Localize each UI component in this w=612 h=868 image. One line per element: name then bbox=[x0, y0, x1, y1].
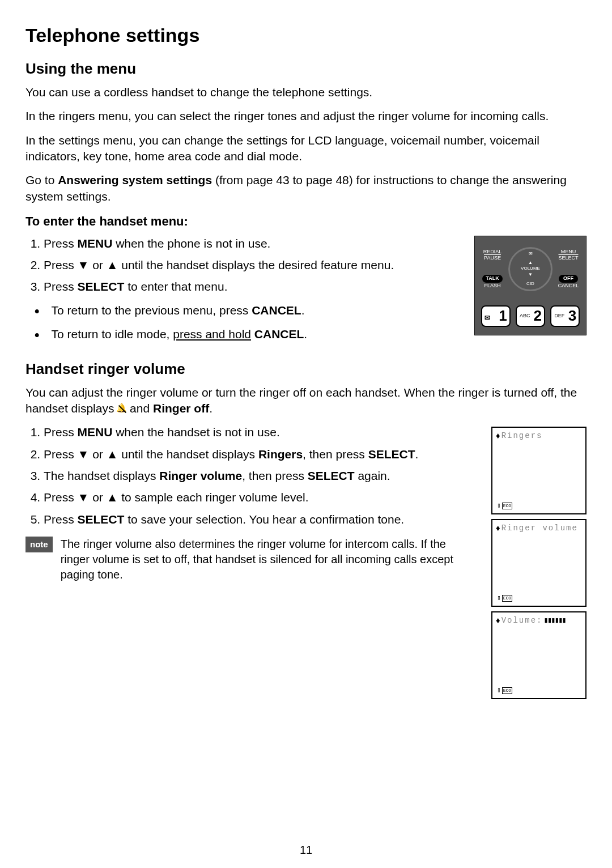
eco-label: ECO bbox=[502, 503, 512, 510]
step: Press ▼ or ▲ to sample each ringer volum… bbox=[44, 490, 475, 505]
section-heading-using-menu: Using the menu bbox=[26, 59, 586, 79]
step: Press SELECT to save your selection. You… bbox=[44, 512, 475, 527]
label-redial: REDIAL bbox=[483, 249, 502, 255]
lcd-screen-ringers: ♦Ringers ▯ ECO bbox=[491, 427, 586, 514]
eco-label: ECO bbox=[502, 595, 512, 602]
step: Press ▼ or ▲ until the handset displays … bbox=[44, 257, 458, 273]
label-cid: CID bbox=[526, 281, 534, 287]
label-flash: FLASH bbox=[484, 283, 500, 289]
eco-label: ECO bbox=[502, 687, 512, 695]
updown-arrow-icon: ♦ bbox=[496, 615, 500, 626]
label-pause: PAUSE bbox=[484, 256, 501, 261]
step: Press MENU when the handset is not in us… bbox=[44, 424, 475, 440]
bullet: To return to idle mode, press and hold C… bbox=[35, 326, 458, 344]
step: Press SELECT to enter that menu. bbox=[44, 279, 458, 295]
battery-icon: ▯ bbox=[497, 501, 501, 510]
label-menu: MENU bbox=[561, 249, 576, 255]
paragraph: You can use a cordless handset to change… bbox=[26, 84, 586, 100]
envelope-icon: ✉ bbox=[484, 313, 490, 322]
steps-list: Press MENU when the phone is not in use.… bbox=[26, 236, 458, 295]
paragraph: In the settings menu, you can change the… bbox=[26, 133, 586, 165]
note-box: note The ringer volume also determines t… bbox=[26, 537, 475, 582]
battery-icon: ▯ bbox=[497, 686, 501, 695]
step: Press ▼ or ▲ until the handset displays … bbox=[44, 446, 475, 462]
paragraph: In the ringers menu, you can select the … bbox=[26, 108, 586, 124]
dpad-icon: ✉ ▲ VOLUME ▼ CID bbox=[508, 247, 552, 291]
bullet-list: To return to the previous menu, press CA… bbox=[26, 302, 458, 344]
label-select: SELECT bbox=[558, 256, 578, 261]
lcd-screen-volume-level: ♦Volume:▮▮▮▮▮▮ ▯ ECO bbox=[491, 611, 586, 699]
note-tag: note bbox=[26, 537, 53, 552]
paragraph: You can adjust the ringer volume or turn… bbox=[26, 385, 586, 417]
battery-icon: ▯ bbox=[497, 594, 501, 602]
paragraph: Go to Answering system settings (from pa… bbox=[26, 172, 586, 205]
key-3: DEF3 bbox=[550, 305, 580, 327]
page-number: 11 bbox=[0, 843, 612, 858]
handset-illustration: REDIAL PAUSE TALK FLASH ✉ ▲ VOLUME ▼ CID… bbox=[474, 236, 586, 335]
volume-bars-icon: ▮▮▮▮▮▮ bbox=[543, 615, 566, 626]
lcd-screen-ringer-volume: ♦Ringer volume ▯ ECO bbox=[491, 519, 586, 607]
note-text: The ringer volume also determines the ri… bbox=[61, 537, 475, 582]
updown-arrow-icon: ♦ bbox=[496, 522, 500, 534]
section-heading-ringer-volume: Handset ringer volume bbox=[26, 359, 586, 379]
label-cancel: CANCEL bbox=[558, 283, 579, 289]
step: Press MENU when the phone is not in use. bbox=[44, 236, 458, 252]
step: The handset displays Ringer volume, then… bbox=[44, 468, 475, 484]
steps-list: Press MENU when the handset is not in us… bbox=[26, 424, 475, 527]
label-off: OFF bbox=[559, 275, 578, 283]
page-title: Telephone settings bbox=[26, 23, 586, 49]
bullet: To return to the previous menu, press CA… bbox=[35, 302, 458, 320]
label-talk: TALK bbox=[482, 275, 502, 283]
sub-heading-enter-menu: To enter the handset menu: bbox=[26, 213, 586, 230]
label-volume: VOLUME bbox=[521, 266, 540, 272]
bell-off-icon bbox=[117, 405, 126, 414]
key-1: ✉1 bbox=[481, 305, 511, 327]
updown-arrow-icon: ♦ bbox=[496, 430, 500, 441]
key-2: ABC2 bbox=[516, 305, 545, 327]
